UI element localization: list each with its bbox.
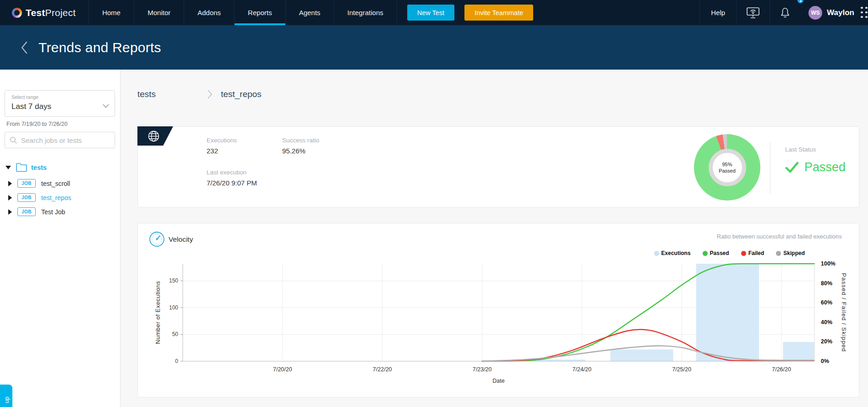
svg-text:7/26/20: 7/26/20 [772,366,791,373]
tree-folder-tests[interactable]: tests [0,160,120,174]
svg-text:7/22/20: 7/22/20 [373,366,392,373]
page-header: Trends and Reports [0,25,868,70]
breadcrumb-current[interactable]: test_repos [221,89,262,99]
svg-text:60%: 60% [821,299,832,306]
stat-executions: Executions 232 [207,137,237,155]
sidebar: Select range Last 7 days From 7/19/20 to… [0,70,120,407]
svg-text:Number of Executions: Number of Executions [154,281,161,344]
corner-flyout-tab[interactable]: up [0,385,12,407]
user-menu[interactable]: WS Waylon [800,0,861,25]
user-avatar: WS [808,6,822,20]
brand-name: TestProject [26,7,76,18]
velocity-chart-plot: 0501001500%20%40%60%80%100%7/20/207/22/2… [138,223,859,397]
stat-success-ratio: Success ratio 95.26% [282,137,319,155]
svg-text:80%: 80% [821,280,832,287]
testproject-logo-icon [12,8,22,18]
job-badge: JOB [17,207,36,216]
svg-text:Passed / Failed / Skipped: Passed / Failed / Skipped [841,273,847,352]
notifications-button[interactable]: 1 [770,0,800,25]
nav-item-monitor[interactable]: Monitor [134,0,184,25]
range-value: Last 7 days [11,102,51,111]
monitor-wifi-icon [746,7,760,19]
tree-job-test-repos[interactable]: JOB test_repos [0,190,120,205]
agents-monitor-button[interactable] [737,0,770,25]
search-icon [10,136,17,144]
donut-center: 95% Passed [709,149,746,186]
job-label: Test Job [41,208,65,216]
job-badge: JOB [17,179,36,188]
svg-text:40%: 40% [821,319,832,326]
job-label: test_repos [41,194,71,201]
last-status-label: Last Status [785,146,846,153]
svg-text:0%: 0% [821,358,829,364]
folder-label: tests [31,164,47,171]
jobs-tree: tests JOB test_scroll JOB test_repos JOB… [0,160,120,219]
main-nav: Home Monitor Addons Reports Agents Integ… [88,0,397,25]
tree-job-test-scroll[interactable]: JOB test_scroll [0,176,120,190]
brand-logo[interactable]: TestProject [0,0,88,25]
range-caption: From 7/19/20 to 7/26/20 [6,121,67,127]
svg-text:0: 0 [175,358,178,364]
svg-text:7/20/20: 7/20/20 [273,366,292,373]
last-status: Last Status Passed [785,146,846,174]
nav-item-home[interactable]: Home [88,0,134,25]
page-title: Trends and Reports [38,40,161,55]
job-label: test_scroll [41,180,70,187]
search-box [5,132,115,148]
svg-text:7/25/20: 7/25/20 [672,366,691,373]
svg-text:7/23/20: 7/23/20 [473,366,492,373]
expand-triangle-icon[interactable] [8,181,12,186]
bell-icon [780,7,791,19]
svg-text:100%: 100% [821,260,835,267]
nav-item-integrations[interactable]: Integrations [333,0,396,25]
globe-icon [147,130,160,142]
collapse-triangle-icon[interactable] [5,166,11,169]
stat-last-execution: Last execution 7/26/20 9:07 PM [207,169,257,187]
apps-grid-icon[interactable] [861,7,868,19]
svg-text:Date: Date [492,378,504,384]
last-status-value: Passed [804,160,846,174]
tree-job-test-job[interactable]: JOB Test Job [0,205,120,219]
check-icon [785,162,799,174]
new-test-button[interactable]: New Test [407,5,454,21]
user-name: Waylon [827,8,854,17]
top-nav-bar: TestProject Home Monitor Addons Reports … [0,0,868,25]
job-badge: JOB [17,193,36,202]
app-window: TestProject Home Monitor Addons Reports … [0,0,868,407]
nav-right-cluster: Help 1 WS Wayl [699,0,868,25]
svg-text:150: 150 [169,277,178,284]
velocity-card: Velocity Ratio between successful and fa… [137,223,859,397]
breadcrumb-parent[interactable]: tests [137,89,156,99]
chevron-down-icon [103,102,109,110]
svg-text:100: 100 [169,304,178,311]
help-link[interactable]: Help [700,0,736,25]
nav-item-agents[interactable]: Agents [285,0,334,25]
nav-item-reports[interactable]: Reports [234,0,285,25]
pass-ratio-donut-chart: 95% Passed [694,134,760,201]
invite-teammate-button[interactable]: Invite Teammate [464,5,533,21]
expand-triangle-icon[interactable] [8,209,12,215]
expand-triangle-icon[interactable] [8,195,12,201]
svg-text:7/24/20: 7/24/20 [573,366,592,373]
chevron-left-icon [20,40,28,55]
card-corner-tab [137,126,173,146]
search-input[interactable] [21,136,115,144]
nav-item-addons[interactable]: Addons [184,0,234,25]
summary-card: Executions 232 Success ratio 95.26% Last… [137,126,859,207]
svg-text:20%: 20% [821,338,832,345]
breadcrumb: tests test_repos [137,89,262,99]
svg-text:50: 50 [172,331,179,337]
back-button[interactable] [20,40,28,55]
main-content: tests test_repos Executions 232 [120,70,868,407]
date-range-select[interactable]: Select range Last 7 days [5,90,115,117]
chevron-right-icon [207,89,213,99]
divider [770,142,770,194]
corner-tab-label: up [3,396,10,403]
folder-icon [16,163,27,172]
range-label: Select range [11,94,38,100]
